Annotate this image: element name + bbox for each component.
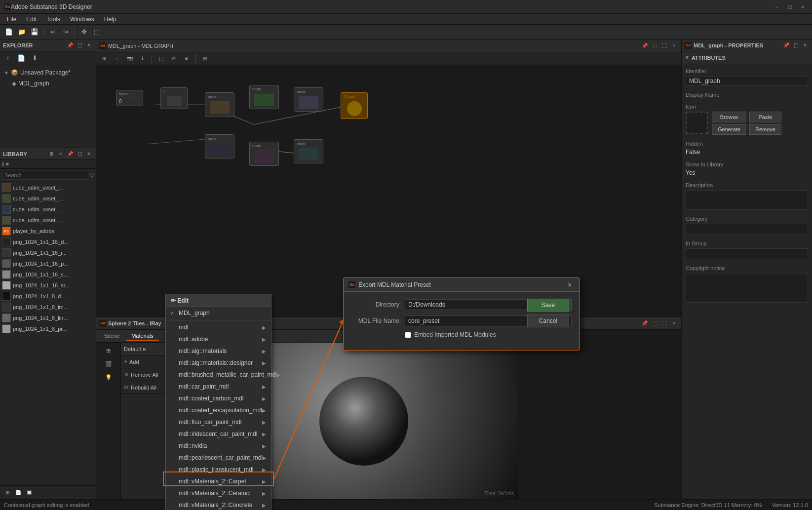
viewer2d-float[interactable]: ⬚ [651,319,658,327]
minimize-btn[interactable]: − [772,1,782,12]
list-item[interactable]: png_1024_1x1_16_i... [0,247,96,258]
ctx-mdl-graph-item[interactable]: MDL_graph [166,307,271,319]
menu-windows[interactable]: Windows [65,15,99,24]
explorer-pin-icon[interactable]: 📌 [66,41,74,49]
ctx-coated-encap-item[interactable]: mdl::coated_encapsulation_mdl ▶ [166,404,271,416]
add-resource-btn[interactable]: 📄 [15,52,27,64]
description-textarea[interactable] [686,190,808,210]
viewer2d-fullscreen[interactable]: ⛶ [660,319,668,327]
lib-icon2[interactable]: ≡ [57,150,65,158]
viewer-ctrl2[interactable]: 🎬 [103,358,115,370]
lib-filter-icon[interactable]: ▽ [90,172,94,179]
library-search-input[interactable] [2,171,88,180]
explorer-float-icon[interactable]: ⬚ [76,41,83,49]
generate-btn[interactable]: Generate [712,124,746,135]
lib-bottom-btn2[interactable]: 📄 [14,488,23,497]
prop-float-icon[interactable]: ⬚ [792,41,800,49]
category-input[interactable] [686,224,808,235]
list-item[interactable]: cube_udim_uvset_... [0,204,96,215]
tab-materials[interactable]: Materials [126,332,158,341]
embed-checkbox[interactable] [405,332,411,338]
add-material-label[interactable]: Add [129,359,139,365]
mdl-pin-icon[interactable]: 📌 [641,42,649,50]
save-btn[interactable]: Save [527,299,569,312]
lib-bottom-btn1[interactable]: ⊞ [3,488,12,497]
mdl-close-icon[interactable]: × [670,42,678,50]
list-item[interactable]: png_1024_1x1_8_d... [0,291,96,302]
ctx-concrete-item[interactable]: mdl::vMaterials_2::Concrete ▶ [166,499,271,510]
list-item[interactable]: png_1024_1x1_16_p... [0,258,96,269]
viewer-ctrl3[interactable]: 💡 [103,371,115,383]
save-btn[interactable]: 💾 [29,26,40,38]
ctx-brushed-item[interactable]: mdl::brushed_metallic_car_paint_mdl ▶ [166,369,271,381]
menu-edit[interactable]: Edit [21,15,41,24]
add-package-btn[interactable]: + [2,52,14,64]
menu-file[interactable]: File [2,15,21,24]
viewer2d-close[interactable]: × [670,319,678,327]
graph-node[interactable]: node [249,142,279,166]
ctx-mdl-item[interactable]: mdl ▶ [166,321,271,333]
mdl-fullscreen-icon[interactable]: ⛶ [660,42,668,50]
ctx-iridescent-item[interactable]: mdl::iridescent_car_paint_mdl ▶ [166,428,271,440]
list-item[interactable]: png_1024_1x1_8_im... [0,302,96,313]
graph-node[interactable]: * [160,87,188,109]
explorer-close-icon[interactable]: × [85,41,93,49]
remove-all-label[interactable]: Remove All [131,372,158,378]
graph-tool2[interactable]: ↔ [111,53,123,65]
prop-close-icon[interactable]: × [801,41,809,49]
graph-node[interactable]: node [205,134,234,158]
ctx-coated-carbon-item[interactable]: mdl::coated_carbon_mdl ▶ [166,392,271,404]
lib-bottom-btn3[interactable]: 🔲 [25,488,34,497]
lib-pin-icon[interactable]: 📌 [66,150,74,158]
embed-label[interactable]: Embed Imported MDL Modules [414,331,496,338]
cancel-btn[interactable]: Cancel [527,314,569,327]
rebuild-all-label[interactable]: Rebuild All [131,385,156,391]
tree-package-item[interactable]: ▼ 📦 Unsaved Package* [0,67,96,78]
ctx-plastic-item[interactable]: mdl::plastic_translucent_mdl ▶ [166,464,271,475]
list-item[interactable]: png_1024_1x1_16_sr... [0,280,96,291]
list-item[interactable]: cube_udim_uvset_... [0,193,96,204]
list-item[interactable]: Plr player_by_adobe [0,226,96,236]
undo-btn[interactable]: ↩ [47,26,59,38]
maximize-btn[interactable]: □ [784,1,795,12]
graph-tool5[interactable]: ⬚ [155,53,167,65]
lib-close-icon[interactable]: × [85,150,93,158]
browse-icon-btn[interactable]: Browse [712,112,746,122]
ctx-pearl-item[interactable]: mdl::pearlescent_car_paint_mdl ▶ [166,452,271,464]
tab-scene[interactable]: Scene [99,332,124,341]
viewer-ctrl1[interactable]: ⊞ [103,345,115,356]
graph-node[interactable]: node [205,92,234,117]
graph-tool6[interactable]: ⊙ [168,53,180,65]
ctx-carpet-item[interactable]: mdl::vMaterials_2::Carpet ▶ [166,475,271,487]
ctx-alg-designer-item[interactable]: mdl::alg::materials::designer ▶ [166,357,271,369]
graph-tool4[interactable]: ℹ [137,53,149,65]
ctx-fluo-item[interactable]: mdl::fluo_car_paint_mdl ▶ [166,416,271,428]
graph-node[interactable]: node [294,139,323,163]
move-btn[interactable]: ✥ [78,26,90,38]
lib-float-icon[interactable]: ⬚ [76,150,83,158]
list-item[interactable]: png_1024_1x1_16_d... [0,236,96,247]
graph-tool1[interactable]: ⊞ [98,53,110,65]
redo-btn[interactable]: ↪ [60,26,72,38]
ctx-alg-item[interactable]: mdl::alg::materials ▶ [166,345,271,357]
list-item[interactable]: cube_udim_uvset_... [0,215,96,226]
list-item[interactable]: cube_udim_uvset_... [0,182,96,193]
ctx-adobe-item[interactable]: mdl::adobe ▶ [166,333,271,345]
mdl-float-icon[interactable]: ⬚ [651,42,658,50]
new-btn[interactable]: 📄 [3,26,15,38]
graph-node[interactable]: node [294,87,323,112]
list-item[interactable]: png_1024_1x1_16_s... [0,269,96,280]
paste-btn[interactable]: Paste [749,112,781,122]
explorer-tbtn3[interactable]: ⬇ [29,52,40,64]
graph-tool3[interactable]: 📷 [124,53,136,65]
graph-tool7[interactable]: ≡ [181,53,193,65]
in-group-input[interactable] [686,248,808,259]
graph-node[interactable]: node [249,85,279,109]
copyright-textarea[interactable] [686,273,808,303]
prop-pin-icon[interactable]: 📌 [782,41,790,49]
ctx-nvidia-item[interactable]: mdl::nvidia ▶ [166,440,271,452]
dialog-close-btn[interactable]: × [565,280,575,290]
graph-tool8[interactable]: ⊞ [199,53,211,65]
remove-btn[interactable]: Remove [749,124,781,135]
lib-icon1[interactable]: ⊞ [47,150,55,158]
